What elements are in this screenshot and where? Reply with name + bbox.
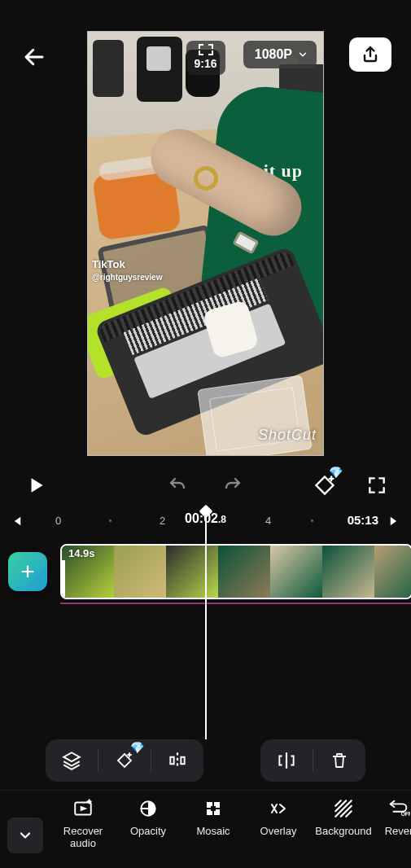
tool-label: Rever bbox=[385, 825, 411, 837]
add-clip-button[interactable]: + bbox=[8, 552, 47, 591]
tool-label: Recover audio bbox=[50, 825, 116, 849]
aspect-ratio-button[interactable]: 9:16 bbox=[186, 41, 225, 75]
clip-thumbnail bbox=[166, 546, 218, 598]
clip-action-group-left: 💎 bbox=[46, 739, 203, 782]
resolution-value: 1080P bbox=[255, 47, 292, 62]
premium-gem-icon: 💎 bbox=[329, 466, 343, 479]
split-all-button[interactable] bbox=[260, 739, 313, 782]
back-button[interactable] bbox=[16, 39, 52, 75]
skip-start-icon bbox=[8, 514, 24, 528]
trash-icon bbox=[330, 751, 349, 770]
split-button[interactable] bbox=[151, 739, 203, 782]
clip-thumbnail bbox=[218, 546, 270, 598]
tool-recover-audio[interactable]: Recover audio bbox=[50, 797, 116, 849]
ruler-tick: 0 bbox=[55, 515, 61, 527]
crop-icon bbox=[199, 44, 213, 55]
editor-root: ok it up TikTok @rightguysreview ShotCut… bbox=[0, 0, 411, 868]
video-clip[interactable]: ‹ 14.9s bbox=[60, 544, 411, 599]
preview-frame-illustration: ok it up bbox=[88, 32, 323, 455]
background-icon bbox=[332, 797, 355, 820]
ruler-dot bbox=[311, 519, 313, 522]
recover-audio-icon bbox=[72, 797, 94, 820]
skip-to-end-button[interactable] bbox=[383, 511, 406, 531]
tool-scroll[interactable]: Recover audio Opacity Mosaic Overlay bbox=[50, 791, 411, 849]
resolution-button[interactable]: 1080P bbox=[243, 41, 317, 68]
split-mirror-icon bbox=[276, 750, 297, 771]
playhead[interactable] bbox=[205, 508, 207, 739]
clip-thumbnail bbox=[270, 546, 322, 598]
clip-duration-label: 14.9s bbox=[68, 547, 95, 559]
clip-action-toolbar: 💎 bbox=[46, 739, 365, 782]
chevron-down-icon bbox=[297, 49, 308, 60]
tool-label: Background bbox=[315, 825, 371, 837]
ruler-dot bbox=[109, 519, 111, 522]
premium-gem-icon: 💎 bbox=[130, 741, 144, 754]
overlay-icon bbox=[267, 797, 290, 820]
opacity-icon bbox=[137, 797, 160, 820]
clip-thumbnail bbox=[322, 546, 374, 598]
layers-button[interactable] bbox=[46, 739, 98, 782]
tool-background[interactable]: Background bbox=[311, 797, 376, 849]
share-up-icon bbox=[361, 45, 380, 64]
keyframe-mini-button[interactable]: 💎 bbox=[98, 739, 151, 782]
export-button[interactable] bbox=[349, 37, 391, 72]
svg-text:OFF: OFF bbox=[401, 811, 410, 817]
total-time: 05:13 bbox=[348, 513, 378, 527]
tool-label: Opacity bbox=[130, 825, 166, 837]
play-button[interactable] bbox=[20, 469, 52, 502]
aspect-ratio-label: 9:16 bbox=[194, 57, 216, 70]
plus-icon: + bbox=[20, 558, 35, 585]
tool-mosaic[interactable]: Mosaic bbox=[181, 797, 246, 849]
mosaic-icon bbox=[202, 797, 225, 820]
tool-label: Mosaic bbox=[196, 825, 230, 837]
ruler-tick: 4 bbox=[265, 515, 271, 527]
keyframe-add-button[interactable]: 💎 bbox=[308, 469, 341, 502]
tool-opacity[interactable]: Opacity bbox=[116, 797, 181, 849]
redo-icon bbox=[221, 476, 244, 495]
video-preview[interactable]: ok it up TikTok @rightguysreview ShotCut bbox=[87, 31, 324, 456]
undo-icon bbox=[166, 476, 189, 495]
clip-action-group-right bbox=[260, 739, 365, 782]
timeline-audio-underline bbox=[60, 603, 411, 604]
ruler-tick: 2 bbox=[160, 515, 165, 527]
arrow-left-icon bbox=[22, 45, 46, 69]
svg-rect-7 bbox=[211, 806, 216, 811]
undo-button[interactable] bbox=[161, 472, 194, 498]
reverse-icon: OFF bbox=[387, 797, 410, 820]
skip-end-icon bbox=[387, 514, 403, 528]
play-icon bbox=[25, 475, 46, 496]
fullscreen-button[interactable] bbox=[362, 471, 391, 500]
tool-reverse[interactable]: OFF Rever bbox=[376, 797, 411, 849]
tool-label: Overlay bbox=[260, 825, 297, 837]
bottom-toolbar: Recover audio Opacity Mosaic Overlay bbox=[0, 790, 411, 868]
split-icon bbox=[167, 750, 188, 771]
tiktok-handle: @rightguysreview bbox=[92, 273, 162, 282]
clip-trim-handle-left[interactable]: ‹ bbox=[60, 560, 65, 599]
collapse-toolbar-button[interactable] bbox=[0, 791, 50, 868]
tiktok-logo-text: TikTok bbox=[92, 258, 125, 270]
fullscreen-icon bbox=[366, 475, 387, 496]
transport-bar: 💎 bbox=[0, 464, 411, 506]
clip-thumbnail bbox=[374, 546, 411, 598]
redo-button[interactable] bbox=[216, 472, 249, 498]
skip-to-start-button[interactable] bbox=[5, 511, 28, 531]
app-watermark: ShotCut bbox=[258, 427, 317, 444]
delete-clip-button[interactable] bbox=[313, 739, 365, 782]
chevron-down-icon bbox=[17, 827, 33, 844]
tool-overlay[interactable]: Overlay bbox=[246, 797, 311, 849]
layers-icon bbox=[61, 750, 82, 771]
clip-thumbnail bbox=[114, 546, 166, 598]
